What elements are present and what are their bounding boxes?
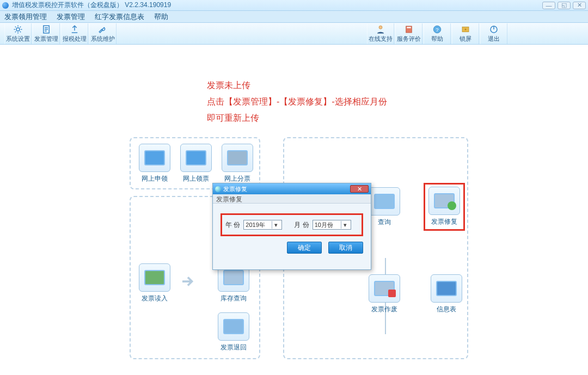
year-value: 2019年 bbox=[246, 221, 272, 229]
repair-icon bbox=[428, 187, 460, 215]
dialog-subtitle: 发票修复 bbox=[213, 194, 371, 204]
dialog-invoice-repair: 发票修复 ✕ 发票修复 年 份 2019年 ▾ 月 份 10月份 ▾ 确定 取消 bbox=[212, 183, 371, 270]
tile-label: 发票退回 bbox=[220, 343, 247, 351]
tile-label: 查询 bbox=[378, 218, 391, 226]
highlight-invoice-repair: 发票修复 bbox=[424, 183, 465, 231]
year-label: 年 份 bbox=[225, 220, 240, 230]
arrow-right-icon bbox=[180, 273, 196, 290]
toolbtn-invoice-mgmt[interactable]: 发票管理 bbox=[33, 23, 60, 44]
tile-online-apply[interactable]: 网上申领 bbox=[136, 144, 173, 183]
return-icon bbox=[218, 312, 249, 341]
titlebar: 增值税发票税控开票软件（金税盘版） V2.2.34.190919 — ◱ ✕ bbox=[0, 0, 588, 11]
svg-point-8 bbox=[465, 28, 467, 30]
wrench-icon bbox=[97, 24, 108, 34]
toolbtn-label: 发票管理 bbox=[34, 35, 58, 43]
upload-icon bbox=[69, 24, 80, 34]
notice-line3: 即可重新上传 bbox=[207, 110, 387, 126]
screen-icon bbox=[369, 187, 400, 216]
svg-point-0 bbox=[16, 28, 20, 31]
dialog-titlebar[interactable]: 发票修复 ✕ bbox=[213, 183, 371, 194]
toolbtn-system-maint[interactable]: 系统维护 bbox=[89, 23, 117, 44]
book-icon bbox=[403, 24, 414, 34]
dialog-fields-highlight: 年 份 2019年 ▾ 月 份 10月份 ▾ bbox=[220, 213, 363, 236]
month-label: 月 份 bbox=[294, 220, 309, 230]
app-logo-icon bbox=[2, 2, 9, 9]
toolbtn-help[interactable]: ? 帮助 bbox=[424, 23, 451, 44]
tile-label: 发票作废 bbox=[371, 305, 397, 313]
tile-label: 网上领票 bbox=[183, 175, 209, 182]
month-value: 10月份 bbox=[315, 221, 341, 229]
toolbtn-label: 锁屏 bbox=[460, 35, 471, 43]
tile-label: 发票读入 bbox=[142, 294, 168, 302]
ok-button[interactable]: 确定 bbox=[287, 242, 322, 254]
tile-unknown-top[interactable]: 查询 bbox=[366, 187, 403, 227]
toolbtn-label: 在线支持 bbox=[369, 35, 393, 43]
minimize-button[interactable]: — bbox=[542, 2, 555, 9]
toolbtn-label: 系统维护 bbox=[91, 35, 115, 43]
month-combobox[interactable]: 10月份 ▾ bbox=[313, 220, 351, 230]
tile-label: 信息表 bbox=[437, 305, 456, 313]
chevron-down-icon: ▾ bbox=[272, 221, 280, 229]
tile-online-split[interactable]: 网上分票 bbox=[219, 144, 256, 183]
svg-point-2 bbox=[379, 26, 382, 29]
tile-invoice-repair[interactable]: 发票修复 bbox=[427, 187, 461, 226]
tile-label: 网上申领 bbox=[142, 175, 168, 182]
svg-rect-4 bbox=[407, 27, 411, 28]
screen-icon bbox=[139, 144, 170, 172]
screen-icon bbox=[222, 144, 253, 172]
form-icon bbox=[41, 24, 52, 34]
toolbtn-online-support[interactable]: 在线支持 bbox=[367, 23, 394, 44]
menu-item-receipt-mgr[interactable]: 发票领用管理 bbox=[4, 12, 47, 22]
dialog-title-text: 发票修复 bbox=[223, 185, 247, 193]
close-window-button[interactable]: ✕ bbox=[573, 2, 586, 9]
tile-info-table[interactable]: 信息表 bbox=[428, 274, 465, 314]
tile-online-receive[interactable]: 网上领票 bbox=[177, 144, 215, 183]
chevron-down-icon: ▾ bbox=[341, 221, 349, 229]
tile-invoice-void[interactable]: 发票作废 bbox=[366, 274, 403, 314]
tile-invoice-return[interactable]: 发票退回 bbox=[215, 312, 252, 352]
toolbtn-system-settings[interactable]: 系统设置 bbox=[4, 23, 32, 44]
tile-label: 库存查询 bbox=[220, 294, 247, 302]
window-title: 增值税发票税控开票软件（金税盘版） V2.2.34.190919 bbox=[12, 1, 171, 10]
gear-icon bbox=[13, 24, 23, 34]
menu-item-help[interactable]: 帮助 bbox=[154, 12, 168, 22]
dialog-logo-icon bbox=[215, 186, 221, 192]
notice-line1: 发票未上传 bbox=[207, 77, 387, 94]
menu-item-invoice-mgr[interactable]: 发票管理 bbox=[57, 12, 85, 22]
toolbtn-tax-process[interactable]: 报税处理 bbox=[61, 23, 88, 44]
notice-text: 发票未上传 点击【发票管理】-【发票修复】-选择相应月份 即可重新上传 bbox=[207, 77, 387, 126]
menu-bar: 发票领用管理 发票管理 红字发票信息表 帮助 bbox=[0, 11, 588, 23]
tile-label: 网上分票 bbox=[224, 175, 250, 182]
table-icon bbox=[431, 274, 462, 303]
toolbtn-label: 系统设置 bbox=[6, 35, 30, 43]
toolbtn-label: 报税处理 bbox=[63, 35, 87, 43]
dialog-close-button[interactable]: ✕ bbox=[350, 185, 369, 193]
toolbtn-label: 服务评价 bbox=[397, 35, 421, 43]
person-icon bbox=[375, 24, 386, 34]
toolbtn-exit[interactable]: 退出 bbox=[480, 23, 507, 44]
toolbtn-label: 退出 bbox=[488, 35, 500, 43]
year-combobox[interactable]: 2019年 ▾ bbox=[243, 220, 282, 230]
help-icon: ? bbox=[432, 24, 443, 34]
tile-label: 发票修复 bbox=[431, 218, 457, 225]
toolbtn-lock[interactable]: 锁屏 bbox=[452, 23, 479, 44]
power-icon bbox=[488, 24, 499, 34]
lock-icon bbox=[460, 24, 471, 34]
screen-icon bbox=[180, 144, 212, 172]
usb-icon bbox=[139, 263, 170, 292]
void-icon bbox=[369, 274, 400, 303]
cancel-button[interactable]: 取消 bbox=[328, 242, 363, 254]
svg-text:?: ? bbox=[436, 26, 439, 32]
notice-line2: 点击【发票管理】-【发票修复】-选择相应月份 bbox=[207, 94, 387, 110]
content-area: 发票未上传 点击【发票管理】-【发票修复】-选择相应月份 即可重新上传 网上申领… bbox=[0, 46, 588, 375]
menu-item-red-invoice[interactable]: 红字发票信息表 bbox=[95, 12, 144, 22]
toolbtn-service-rate[interactable]: 服务评价 bbox=[395, 23, 422, 44]
tile-invoice-read[interactable]: 发票读入 bbox=[136, 263, 173, 303]
restore-button[interactable]: ◱ bbox=[558, 2, 571, 9]
toolbtn-label: 帮助 bbox=[431, 35, 443, 43]
toolbar: 系统设置 发票管理 报税处理 系统维护 在线支持 服务评价 ? 帮助 bbox=[0, 23, 588, 45]
